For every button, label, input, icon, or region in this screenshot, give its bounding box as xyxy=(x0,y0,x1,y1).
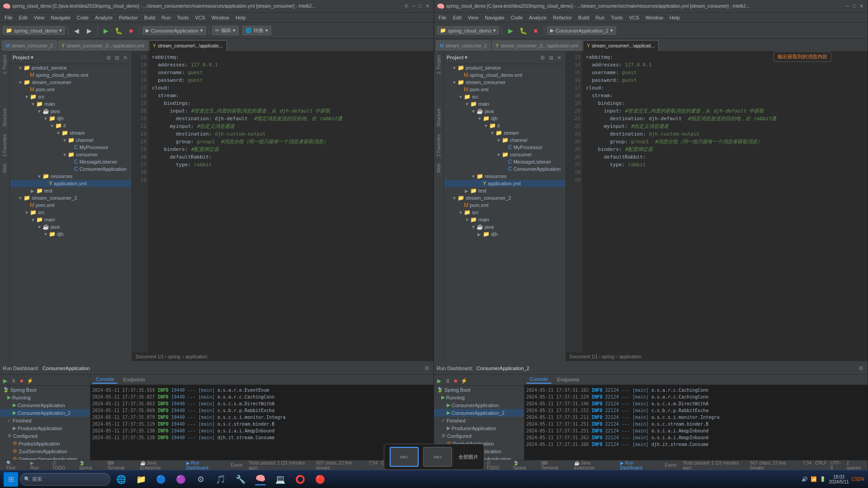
left-tab-0[interactable]: M stream_consumer_2 xyxy=(2,40,57,51)
left-debug-btn[interactable]: 🐛 xyxy=(113,25,124,36)
start-button[interactable]: ⊞ xyxy=(4,472,18,487)
left-back-btn[interactable]: ◀ xyxy=(71,25,82,36)
left-configured-item[interactable]: ⚙ Configured xyxy=(0,432,90,440)
right-tree-djh2[interactable]: ▶📁djh xyxy=(444,230,566,238)
left-gateway-app[interactable]: ⚙ GatewayServerApplication xyxy=(0,455,90,460)
taskbar-files[interactable]: 📁 xyxy=(132,472,150,487)
right-menu-analyze[interactable]: Analyze xyxy=(526,14,549,21)
left-sidebar-gear[interactable]: ⚙ xyxy=(105,54,113,61)
left-status-java[interactable]: ☕ Java Enterprise xyxy=(137,460,180,470)
taskbar-intellij[interactable]: 🧠 xyxy=(251,472,269,487)
left-ide-btn-share[interactable]: ⎘ xyxy=(404,3,410,9)
taskbar-app1[interactable]: 🟣 xyxy=(172,472,190,487)
right-tree-resources[interactable]: ▼📁resources xyxy=(444,173,566,180)
tree-item-resources1[interactable]: ▼📁resources xyxy=(10,173,132,180)
left-status-spring[interactable]: 🍃 Spring xyxy=(76,460,101,470)
right-console-log[interactable]: 2024-05-11 17:37:31.102INFO22124 ---[mai… xyxy=(524,385,868,460)
left-product-app[interactable]: ⚙ ProductApplication xyxy=(0,440,90,447)
right-bottom-settings[interactable]: ⚙ xyxy=(857,365,865,372)
right-favorites-strip[interactable]: 2 Favorites xyxy=(435,132,442,158)
right-web-strip[interactable]: Web xyxy=(435,162,442,174)
left-menu-run[interactable]: Run xyxy=(159,14,173,21)
tree-item-src1[interactable]: ▼📁src xyxy=(10,93,132,100)
left-code-editor[interactable]: 1314151617181920212223242526272829 rabbi… xyxy=(132,52,434,361)
right-code-editor[interactable]: 输出获取到的消息内容 13141516171819202122232425262… xyxy=(566,52,868,361)
left-status-rundash[interactable]: ▶ Run Dashboard xyxy=(184,460,225,470)
left-status-todo[interactable]: ☑ TODO xyxy=(50,460,73,470)
right-tree-myprocessor[interactable]: CMyProcessor xyxy=(444,144,566,151)
tree-item-pom2[interactable]: Mpom.xml xyxy=(10,202,132,209)
right-menu-file[interactable]: File xyxy=(436,14,449,21)
left-run-btn[interactable]: ▶ xyxy=(2,377,9,385)
preview-thumb-2[interactable]: IDE2 xyxy=(423,447,452,467)
left-status-terminal[interactable]: ⌨ Terminal xyxy=(104,460,134,470)
left-menu-refactor[interactable]: Refactor xyxy=(116,14,141,21)
right-filter-btn[interactable]: ⚡ xyxy=(459,377,469,385)
taskbar-app2[interactable]: 🔧 xyxy=(231,472,250,487)
right-menu-tools[interactable]: Tools xyxy=(608,14,625,21)
right-run-btn[interactable]: ▶ xyxy=(505,25,516,36)
right-tree-consumerapp[interactable]: CConsumerApplication xyxy=(444,165,566,173)
left-tab-1[interactable]: Y stream_consumer_2\...\application.yml xyxy=(58,40,148,51)
right-menu-build[interactable]: Build xyxy=(576,14,592,21)
right-menu-help[interactable]: Help xyxy=(667,14,683,21)
left-spring-boot-item[interactable]: 🍃 Spring Boot xyxy=(0,386,90,394)
tray-icon-2[interactable]: 📶 xyxy=(811,476,817,482)
right-tree-main2[interactable]: ▼📁main xyxy=(444,216,566,223)
right-spring-boot-item[interactable]: 🍃 Spring Boot xyxy=(434,386,524,394)
tree-item-main2[interactable]: ▼📁main xyxy=(10,216,132,223)
left-ide-btn-close[interactable]: ✕ xyxy=(424,3,431,9)
right-menu-window[interactable]: Window xyxy=(643,14,666,21)
tree-item-src2[interactable]: ▼📁src xyxy=(10,209,132,216)
tray-icon-3[interactable]: 🔋 xyxy=(820,476,826,482)
tree-item-consumer1[interactable]: ▼📁consumer xyxy=(10,151,132,158)
left-code-lines[interactable]: rabbitmq: addresses: 127.0.0.1 username:… xyxy=(148,52,434,352)
tree-item-djh1[interactable]: ▼📁djh xyxy=(10,115,132,122)
tree-item-myprocessor[interactable]: CMyProcessor xyxy=(10,144,132,151)
left-ide-btn-max[interactable]: □ xyxy=(417,3,423,9)
left-translate-btn[interactable]: 🌐 转换 ▾ xyxy=(242,26,271,35)
right-console-tab[interactable]: Console xyxy=(526,375,552,384)
right-run-btn[interactable]: ▶ xyxy=(436,377,443,385)
right-producer-app-item[interactable]: ▶ ProducerApplication xyxy=(434,424,524,432)
right-tree-src1[interactable]: ▼📁src xyxy=(444,93,566,100)
right-tree-stream1[interactable]: ▼📁stream xyxy=(444,129,566,136)
right-tree-djh1[interactable]: ▼📁djh xyxy=(444,115,566,122)
right-status-todo[interactable]: ☑ TODO xyxy=(484,460,507,470)
right-menu-edit[interactable]: Edit xyxy=(450,14,464,21)
tree-item-it1[interactable]: ▼📁it xyxy=(10,122,132,129)
left-menu-window[interactable]: Window xyxy=(209,14,232,21)
right-status-java[interactable]: ☕ Java Enterprise xyxy=(571,460,614,470)
left-console-tab[interactable]: Console xyxy=(92,375,118,384)
left-sidebar-close[interactable]: ✕ xyxy=(122,54,129,61)
tree-item-test1[interactable]: ▶📁test xyxy=(10,187,132,194)
left-menu-help[interactable]: Help xyxy=(233,14,249,21)
right-menu-run[interactable]: Run xyxy=(593,14,607,21)
right-menu-refactor[interactable]: Refactor xyxy=(550,14,575,21)
left-bottom-settings[interactable]: ⚙ xyxy=(423,365,431,372)
right-debug-btn[interactable]: 🐛 xyxy=(518,25,528,36)
left-endpoints-tab[interactable]: Endpoints xyxy=(119,376,149,383)
web-strip-label[interactable]: Web xyxy=(1,162,8,174)
left-menu-edit[interactable]: Edit xyxy=(16,14,30,21)
tree-item-stream1[interactable]: ▼📁stream xyxy=(10,129,132,136)
right-menu-vcs[interactable]: VCS xyxy=(626,14,642,21)
preview-thumb-1[interactable]: IDE1 xyxy=(390,447,419,467)
left-tab-2[interactable]: Y stream_consumer\...\applicatic... xyxy=(149,40,227,51)
right-tree-java2[interactable]: ▼☕java xyxy=(444,223,566,230)
right-tree-consumer[interactable]: ▼📁stream_consumer xyxy=(444,79,566,86)
left-project-selector[interactable]: 📁 spring_cloud_demo ▾ xyxy=(3,26,65,35)
left-menu-vcs[interactable]: VCS xyxy=(192,14,208,21)
left-menu-code[interactable]: Code xyxy=(74,14,91,21)
tree-item-consumerapplication[interactable]: CConsumerApplication xyxy=(10,165,132,173)
taskbar-browser[interactable]: 🔵 xyxy=(152,472,170,487)
tree-item-channel1[interactable]: ▼📁channel xyxy=(10,136,132,144)
right-sidebar-gear[interactable]: ⚙ xyxy=(539,54,547,61)
right-tree-consumer-folder[interactable]: ▼📁consumer xyxy=(444,151,566,158)
tree-item-djh2[interactable]: ▼📁djh xyxy=(10,230,132,238)
left-consumer-app2-item[interactable]: ▶ ConsumerApplication_2 xyxy=(0,409,90,417)
left-ide-btn-min[interactable]: ─ xyxy=(410,3,417,9)
left-stop-btn[interactable]: ■ xyxy=(126,25,137,36)
right-menu-navigate[interactable]: Navigate xyxy=(482,14,507,21)
right-tree-main1[interactable]: ▼📁main xyxy=(444,100,566,108)
